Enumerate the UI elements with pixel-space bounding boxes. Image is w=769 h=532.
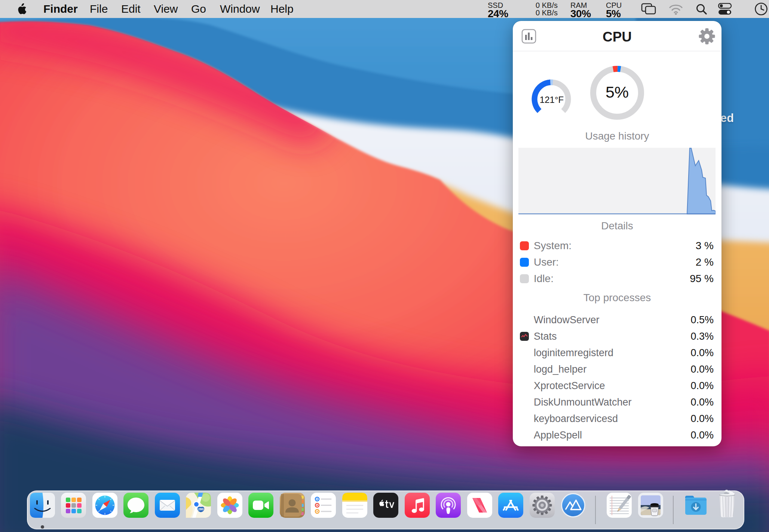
svg-text:121°F: 121°F	[540, 95, 564, 105]
svg-text:280: 280	[198, 507, 203, 511]
svg-text:5%: 5%	[606, 83, 629, 101]
svg-text:ed: ed	[720, 111, 734, 125]
